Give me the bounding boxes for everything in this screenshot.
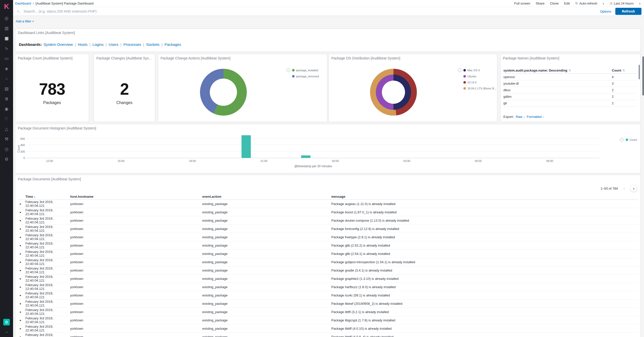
dashboard-link-sockets[interactable]: Sockets xyxy=(146,42,159,47)
sidebar-item-dev-tools[interactable]: ⚒ xyxy=(0,134,13,144)
previous-page-button[interactable]: ‹ xyxy=(621,185,627,192)
panel-scrollbar-thumb[interactable] xyxy=(639,65,640,79)
time-forward-button[interactable]: › xyxy=(639,1,640,6)
document-row[interactable]: ▸February 3rd 2019, 22:40:04.121yorktown… xyxy=(18,200,638,208)
expand-document-icon[interactable]: ▸ xyxy=(18,202,25,206)
expand-document-icon[interactable]: ▸ xyxy=(18,285,25,289)
event-action-column-header[interactable]: event.action xyxy=(202,195,331,198)
add-filter-button[interactable]: Add a filter + xyxy=(16,19,34,23)
legend-toggle-icon[interactable]: › xyxy=(620,138,624,142)
document-row[interactable]: ▸February 3rd 2019, 22:40:04.121yorktown… xyxy=(18,275,638,283)
legend-item-10-14-2[interactable]: 10.14.2 xyxy=(463,81,496,84)
package-name-row[interactable]: dbus2 xyxy=(503,87,637,93)
document-row[interactable]: ▸February 3rd 2019, 22:40:04.121yorktown… xyxy=(18,266,638,275)
space-badge[interactable]: D xyxy=(3,319,10,325)
dashboard-link-processes[interactable]: Processes xyxy=(124,42,141,47)
full-screen-button[interactable]: Full screen xyxy=(514,2,530,5)
legend-item-package-removed[interactable]: package_removed xyxy=(292,75,319,78)
sidebar-item-uptime[interactable]: ♡ xyxy=(0,114,13,124)
hostname-column-header[interactable]: host.hostname xyxy=(70,195,202,198)
os-donut-inner-ring[interactable] xyxy=(376,75,411,110)
document-row[interactable]: ▸February 3rd 2019, 22:40:04.121yorktown… xyxy=(18,233,638,241)
sidebar-item-graph[interactable]: △ xyxy=(0,124,13,134)
expand-document-icon[interactable]: ▸ xyxy=(18,335,25,337)
breadcrumb-dashboard-link[interactable]: Dashboard xyxy=(15,2,31,5)
package-os-distribution-donut[interactable] xyxy=(370,69,417,116)
package-name-row[interactable]: youtube-dl3 xyxy=(503,80,637,87)
expand-document-icon[interactable]: ▸ xyxy=(18,327,25,330)
legend-item-18-04-1-lts-bionic-b[interactable]: 18.04.1 LTS (Bionic B... xyxy=(463,87,496,90)
expand-document-icon[interactable]: ▸ xyxy=(18,269,25,272)
document-row[interactable]: ▸February 3rd 2019, 22:40:04.121yorktown… xyxy=(18,225,638,233)
sort-ascending-icon[interactable]: ▴ xyxy=(34,195,35,198)
expand-document-icon[interactable]: ▸ xyxy=(18,294,25,297)
sidebar-item-infrastructure[interactable]: ▤ xyxy=(0,84,13,94)
expand-document-icon[interactable]: ▸ xyxy=(18,277,25,280)
auto-refresh-button[interactable]: ↻ Auto-refresh xyxy=(575,2,597,5)
sidebar-item-canvas[interactable]: ▭ xyxy=(0,53,13,63)
package-name-row[interactable]: gdbm2 xyxy=(503,93,637,100)
page-scrollbar-thumb[interactable] xyxy=(642,56,644,95)
expand-document-icon[interactable]: ▸ xyxy=(18,302,25,305)
expand-document-icon[interactable]: ▸ xyxy=(18,235,25,239)
package-name-row[interactable]: git2 xyxy=(503,100,637,107)
expand-document-icon[interactable]: ▸ xyxy=(18,244,25,247)
share-button[interactable]: Share xyxy=(536,2,545,5)
legend-toggle-icon[interactable]: › xyxy=(458,68,462,72)
export-raw-link[interactable]: Raw ↓ xyxy=(516,115,525,119)
sidebar-item-logs[interactable]: ≣ xyxy=(0,94,13,104)
package-name-column-header[interactable]: system.audit.package.name: Descending ⇅ xyxy=(503,69,612,72)
sidebar-item-apm[interactable]: ◉ xyxy=(0,104,13,114)
next-page-button[interactable]: › xyxy=(630,185,637,192)
dashboard-link-hosts[interactable]: Hosts xyxy=(78,42,87,47)
sort-icon[interactable]: ⇅ xyxy=(623,69,625,72)
histogram-bar[interactable] xyxy=(242,135,251,158)
package-name-row[interactable]: openssl4 xyxy=(503,74,637,80)
refresh-button[interactable]: Refresh xyxy=(615,8,641,15)
document-row[interactable]: ▸February 3rd 2019, 22:40:04.121yorktown… xyxy=(18,241,638,250)
edit-button[interactable]: Edit xyxy=(564,2,570,5)
time-back-button[interactable]: ‹ xyxy=(603,1,604,6)
document-row[interactable]: ▸February 3rd 2019, 22:40:04.121yorktown… xyxy=(18,291,638,299)
legend-item-count[interactable]: Count xyxy=(626,138,637,141)
sidebar-item-monitoring[interactable]: ◷ xyxy=(0,144,13,154)
document-row[interactable]: ▸February 3rd 2019, 22:40:04.121yorktown… xyxy=(18,333,638,337)
message-column-header[interactable]: message xyxy=(331,195,638,198)
sidebar-item-timelion[interactable]: ∿ xyxy=(0,43,13,53)
export-formatted-link[interactable]: Formatted ↓ xyxy=(527,115,544,119)
dashboard-link-packages[interactable]: Packages xyxy=(165,42,181,47)
document-row[interactable]: ▸February 3rd 2019, 22:40:04.121yorktown… xyxy=(18,250,638,258)
collapse-nav-icon[interactable]: → xyxy=(5,329,9,334)
histogram-bar[interactable] xyxy=(301,155,311,158)
search-input[interactable] xyxy=(24,9,600,13)
sidebar-item-machine-learning[interactable]: ∴ xyxy=(0,74,13,84)
sort-icon[interactable]: ⇅ xyxy=(569,69,571,72)
kibana-logo[interactable]: K xyxy=(0,0,13,13)
expand-document-icon[interactable]: ▸ xyxy=(18,211,25,214)
legend-item-package-installed[interactable]: package_installed xyxy=(292,69,319,72)
count-column-header[interactable]: Count ⇅ xyxy=(612,69,637,72)
document-row[interactable]: ▸February 3rd 2019, 22:40:04.121yorktown… xyxy=(18,316,638,324)
expand-document-icon[interactable]: ▸ xyxy=(18,227,25,230)
sidebar-item-discover[interactable]: ◎ xyxy=(0,13,13,23)
document-row[interactable]: ▸February 3rd 2019, 22:40:04.121yorktown… xyxy=(18,258,638,266)
time-range-picker[interactable]: ◷ Last 24 hours xyxy=(610,2,634,5)
sidebar-item-maps[interactable]: ◈ xyxy=(0,63,13,74)
legend-item-mac-os-x[interactable]: Mac OS X xyxy=(463,69,496,72)
time-column-header[interactable]: Time ▴ xyxy=(25,195,70,198)
expand-document-icon[interactable]: ▸ xyxy=(18,219,25,222)
dashboard-link-users[interactable]: Users xyxy=(109,42,118,47)
expand-document-icon[interactable]: ▸ xyxy=(18,319,25,322)
package-change-actions-donut[interactable] xyxy=(200,69,247,116)
query-options-button[interactable]: Options xyxy=(600,10,611,13)
document-row[interactable]: ▸February 3rd 2019, 22:40:04.121yorktown… xyxy=(18,283,638,291)
document-row[interactable]: ▸February 3rd 2019, 22:40:04.121yorktown… xyxy=(18,308,638,316)
dashboard-link-logins[interactable]: Logins xyxy=(93,42,104,47)
document-row[interactable]: ▸February 3rd 2019, 22:40:04.121yorktown… xyxy=(18,208,638,216)
document-row[interactable]: ▸February 3rd 2019, 22:40:04.121yorktown… xyxy=(18,299,638,308)
dashboard-link-system-overview[interactable]: System Overview xyxy=(44,42,73,47)
sidebar-item-visualize[interactable]: ▥ xyxy=(0,23,13,33)
expand-document-icon[interactable]: ▸ xyxy=(18,252,25,255)
expand-document-icon[interactable]: ▸ xyxy=(18,310,25,314)
legend-item-ubuntu[interactable]: Ubuntu xyxy=(463,75,496,78)
